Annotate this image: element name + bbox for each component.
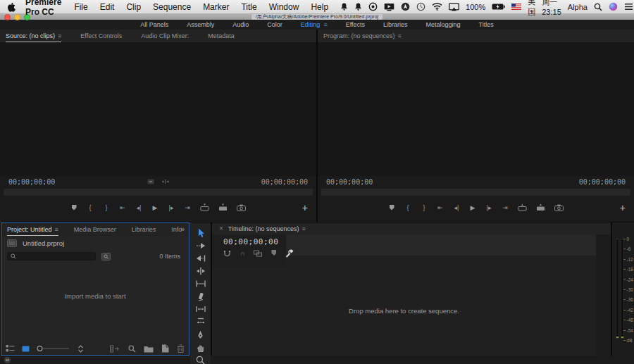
tab-overflow-icon[interactable]: » <box>180 225 185 233</box>
source-add-button[interactable]: + <box>302 202 308 213</box>
menu-help[interactable]: Help <box>311 2 328 12</box>
menu-sequence[interactable]: Sequence <box>153 2 191 12</box>
workspace-tab-titles[interactable]: Titles <box>479 21 494 28</box>
audio-meters-panel[interactable]: 0 -6 -12 -18 -24 -30 -36 -42 -48 -54 dB <box>612 222 634 356</box>
menu-marker[interactable]: Marker <box>203 2 229 12</box>
hand-tool[interactable] <box>194 342 208 352</box>
shutter-icon[interactable] <box>368 2 378 11</box>
export-frame-button[interactable] <box>554 204 564 211</box>
lift-button[interactable] <box>518 203 527 211</box>
tab-timeline[interactable]: Timeline: (no sequences) ≡ <box>228 222 306 234</box>
tab-project[interactable]: Project: Untitled ≡ <box>7 224 58 236</box>
step-forward-button[interactable]: |▸ <box>485 204 492 211</box>
workspace-tab-assembly[interactable]: Assembly <box>187 21 214 28</box>
tab-source[interactable]: Source: (no clips) ≡ <box>6 30 61 42</box>
project-file-name[interactable]: Untitled.prproj <box>23 239 64 247</box>
close-panel-icon[interactable]: × <box>219 225 223 232</box>
clock-icon[interactable] <box>416 2 425 11</box>
sort-icon[interactable] <box>77 345 84 353</box>
play-button[interactable]: ▶ <box>469 204 476 211</box>
program-scrubber[interactable] <box>318 187 634 197</box>
linked-selection-icon[interactable]: ∩ <box>240 250 244 257</box>
notification-center-icon[interactable] <box>624 3 633 11</box>
add-marker-button[interactable] <box>70 205 77 211</box>
workspace-tab-color[interactable]: Color <box>267 21 282 28</box>
step-back-button[interactable]: ◂| <box>135 204 142 211</box>
workspace-tab-all-panels[interactable]: All Panels <box>140 21 168 28</box>
link-media-icon[interactable] <box>4 356 11 364</box>
user-name-label[interactable]: Alpha <box>568 3 588 11</box>
icon-view-button[interactable] <box>22 346 30 352</box>
slip-tool[interactable] <box>194 304 208 314</box>
go-to-out-button[interactable]: ⇥ <box>184 204 191 211</box>
apple-menu-icon[interactable] <box>7 2 15 12</box>
notification-bell-icon[interactable] <box>340 2 348 11</box>
menu-file[interactable]: File <box>74 2 87 12</box>
panel-menu-icon[interactable]: ≡ <box>302 225 306 232</box>
close-window-button[interactable] <box>4 14 11 20</box>
notification-bell-icon[interactable] <box>354 2 362 11</box>
program-add-button[interactable]: + <box>620 202 626 213</box>
timeline-ruler[interactable] <box>286 234 596 256</box>
track-select-forward-tool[interactable] <box>194 241 208 251</box>
ripple-edit-tool[interactable] <box>194 253 208 263</box>
siri-icon[interactable] <box>609 2 618 11</box>
overwrite-button[interactable] <box>218 203 228 211</box>
step-forward-button[interactable]: |▸ <box>168 204 175 211</box>
list-view-button[interactable] <box>6 344 15 353</box>
settings-icon[interactable] <box>147 179 154 184</box>
menu-app-name[interactable]: Premiere Pro CC <box>25 0 61 17</box>
slide-tool[interactable] <box>194 317 208 327</box>
extract-button[interactable] <box>536 203 545 211</box>
add-marker-button[interactable] <box>388 205 395 211</box>
minimize-window-button[interactable] <box>14 14 20 20</box>
panel-menu-icon[interactable]: ≡ <box>398 32 402 39</box>
input-source-label[interactable]: 美国 <box>528 0 535 18</box>
panel-menu-icon[interactable]: ≡ <box>58 32 61 39</box>
spotlight-search-icon[interactable] <box>594 3 602 11</box>
play-button[interactable]: ▶ <box>151 204 158 211</box>
tab-audio-clip-mixer[interactable]: Audio Clip Mixer: <box>141 30 189 42</box>
mark-out-button[interactable]: } <box>103 204 110 211</box>
display-mirroring-icon[interactable] <box>384 3 394 11</box>
nest-toggle-icon[interactable] <box>254 250 262 257</box>
export-frame-button[interactable] <box>237 204 246 211</box>
snap-icon[interactable] <box>223 250 231 257</box>
zoom-tool[interactable] <box>194 355 208 364</box>
new-item-button[interactable] <box>161 344 169 353</box>
menu-title[interactable]: Title <box>241 2 256 12</box>
rate-stretch-tool[interactable] <box>194 279 208 289</box>
go-to-in-button[interactable]: ⇤ <box>119 204 126 211</box>
button-editor-icon[interactable] <box>161 179 170 184</box>
go-to-out-button[interactable]: ⇥ <box>502 204 509 211</box>
clear-trash-button[interactable] <box>177 344 185 353</box>
navigation-icon[interactable] <box>401 2 410 11</box>
wifi-icon[interactable] <box>432 3 442 11</box>
timeline-settings-wrench-icon[interactable] <box>285 249 294 258</box>
mark-out-button[interactable]: } <box>421 204 428 211</box>
panel-menu-icon[interactable]: ≡ <box>55 226 58 233</box>
airplay-display-icon[interactable] <box>449 3 459 11</box>
tab-program[interactable]: Program: (no sequences) ≡ <box>323 30 402 42</box>
search-input[interactable] <box>19 253 92 260</box>
add-marker-button[interactable] <box>271 250 276 257</box>
workspace-tab-effects[interactable]: Effects <box>346 21 365 28</box>
menu-window[interactable]: Window <box>269 2 299 12</box>
tab-effect-controls[interactable]: Effect Controls <box>80 30 122 42</box>
workspace-tab-audio[interactable]: Audio <box>232 21 249 28</box>
input-source-flag-icon[interactable] <box>511 4 521 10</box>
step-back-button[interactable]: ◂| <box>453 204 460 211</box>
go-to-in-button[interactable]: ⇤ <box>437 204 444 211</box>
menu-clock-label[interactable]: 周一23:15 <box>542 0 561 16</box>
search-in-filter-icon[interactable] <box>101 253 111 261</box>
mark-in-button[interactable]: { <box>87 204 94 211</box>
workspace-tab-metalogging[interactable]: Metalogging <box>426 21 461 28</box>
timeline-playhead-timecode[interactable]: 00;00;00;00 <box>212 234 286 246</box>
workspace-tab-libraries[interactable]: Libraries <box>383 21 408 28</box>
menu-edit[interactable]: Edit <box>100 2 115 12</box>
mark-in-button[interactable]: { <box>404 204 411 211</box>
rolling-edit-tool[interactable] <box>194 266 208 276</box>
insert-button[interactable] <box>200 203 209 211</box>
source-scrubber[interactable] <box>0 187 316 197</box>
find-button[interactable] <box>128 345 136 353</box>
